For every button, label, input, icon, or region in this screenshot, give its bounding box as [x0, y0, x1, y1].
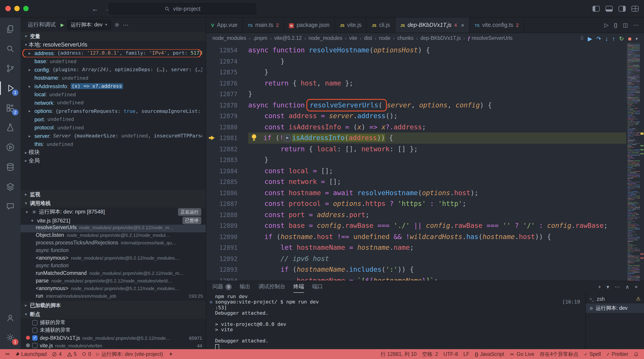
close-icon[interactable]: × [461, 22, 464, 29]
breakpoint-checkbox[interactable] [32, 335, 38, 340]
terminal-instance-运行脚本: dev[interactable]: ⚙运行脚本: dev [586, 303, 644, 313]
variable-row[interactable]: network:undefined [20, 99, 206, 107]
status-eol[interactable]: LF [461, 349, 472, 359]
tab-vite.config.ts[interactable]: TSvite.config.ts2 [470, 18, 524, 33]
close-panel-icon[interactable]: × [634, 284, 638, 290]
variable-row[interactable]: port:undefined [20, 115, 206, 124]
tab-package.json[interactable]: npackage.json [284, 18, 335, 33]
search-icon[interactable] [0, 39, 20, 59]
status-prettier[interactable]: ✓Prettier [604, 349, 631, 359]
stack-frame[interactable]: runinternal/modules/esm/module_job193:25 [20, 293, 206, 301]
zoom-window-button[interactable] [23, 6, 28, 11]
comments-icon[interactable] [0, 196, 20, 216]
stack-frame[interactable]: resolveServerUrlsnode_modules/.pnpm/vite… [20, 225, 206, 232]
layout-sidebar-left-icon[interactable] [592, 6, 600, 12]
status-problems-errors[interactable]: 4 [50, 349, 64, 359]
chevron-right-icon[interactable]: ▸ [28, 84, 34, 89]
inline-breakpoint-icon[interactable] [284, 135, 291, 141]
tab-App.vue[interactable]: VApp.vue [206, 18, 243, 33]
breadcrumb-item[interactable]: vite [349, 35, 357, 41]
database-icon[interactable] [0, 157, 20, 177]
stack-frame[interactable]: parsenode_modules/.pnpm/vite@5.2.12/node… [20, 278, 206, 286]
status-notifications-count[interactable]: 0 [80, 349, 94, 359]
tab-main.ts[interactable]: TSmain.ts2 [243, 18, 284, 33]
step-out-icon[interactable]: ↑ [612, 35, 615, 42]
section-breakpoints[interactable]: ▾ 断点 [20, 310, 206, 319]
testing-icon[interactable] [0, 118, 20, 137]
source-control-icon[interactable] [0, 59, 20, 78]
close-window-button[interactable] [5, 6, 11, 11]
status-cursor-position[interactable]: 行 12881, 列 10 [378, 349, 419, 359]
breadcrumb-item[interactable]: vite@5.2.12 [274, 35, 302, 41]
variable-row[interactable]: protocol:undefined [20, 124, 206, 132]
panel-tab-输出[interactable]: 输出 [240, 281, 250, 293]
more-actions-icon[interactable]: ⋯ [614, 284, 620, 290]
variable-row[interactable]: ▸options:{preTransformRequests: true, so… [20, 107, 206, 115]
status-spell-checker[interactable]: ✓Spell [581, 349, 604, 359]
panel-tab-端口[interactable]: 端口 [312, 281, 323, 293]
stack-frame[interactable]: Object.listennode_modules/.pnpm/vite@5.2… [20, 232, 206, 240]
gear-icon[interactable] [114, 22, 120, 28]
variable-row[interactable]: hostname:undefined [20, 74, 206, 82]
chevron-right-icon[interactable]: ▸ [28, 68, 34, 72]
breadcrumb-item[interactable]: dist [364, 35, 372, 41]
tab-cli.js[interactable]: JScli.js [367, 18, 395, 33]
accounts-icon[interactable] [0, 308, 20, 328]
variable-row[interactable]: local:undefined [20, 90, 206, 99]
breakpoint-checkbox[interactable] [32, 320, 38, 325]
lightbulb-icon[interactable] [248, 134, 264, 141]
breakpoint-checkbox[interactable] [32, 343, 38, 348]
section-call-stack[interactable]: ▾ 调用堆栈 [20, 199, 206, 208]
layout-sidebar-right-icon[interactable] [618, 6, 626, 12]
status-runner[interactable] [166, 349, 175, 359]
back-icon[interactable]: ← [92, 5, 98, 12]
variables-scope-row[interactable]: ▾ 本地: resolveServerUrls [20, 41, 206, 49]
command-center-search[interactable]: vite-project [109, 3, 256, 14]
more-actions-icon[interactable]: ⋯ [123, 21, 128, 28]
variable-row[interactable]: ▸isAddressInfo:(x) => x?.address [20, 82, 206, 90]
start-debugging-icon[interactable]: ▶ [60, 22, 64, 27]
breadcrumb-item[interactable]: .pnpm [253, 35, 268, 41]
breakpoint-row[interactable]: vite.jsnode_modules/vite/bin44 [20, 341, 206, 349]
debug-session-row[interactable]: ▾运行脚本: dev: npm [87548]正在运行 [20, 208, 206, 216]
terminal-instance-zsh[interactable]: >_zsh⚠ [586, 294, 644, 303]
variable-row[interactable]: ▸config:{plugins: Array(24), optimizeDep… [20, 66, 206, 74]
status-encoding[interactable]: UTF-8 [441, 349, 461, 359]
layout-panel-bottom-icon[interactable] [606, 6, 613, 12]
split-editor-icon[interactable]: ◫ [623, 22, 628, 28]
variable-row[interactable]: ▸server:Server {maxHeaderSize: undefined… [20, 132, 206, 140]
status-problems-warnings[interactable]: 5 [64, 349, 80, 359]
panel-tab-终端[interactable]: 终端 [294, 281, 304, 293]
breakpoint-row[interactable]: 未捕获的异常 [20, 326, 206, 334]
explorer-icon[interactable] [0, 19, 20, 39]
minimize-window-button[interactable] [14, 6, 20, 11]
breadcrumb-item[interactable]: node_modules [308, 35, 342, 41]
section-variables[interactable]: ▾ 变量 [20, 32, 206, 41]
breadcrumb-item[interactable]: dep-BKbDVx1T.js [420, 35, 461, 41]
breakpoint-checkbox[interactable] [32, 327, 38, 333]
stack-frame[interactable]: async function [20, 247, 206, 255]
chevron-right-icon[interactable]: ▸ [28, 51, 34, 56]
stack-frame[interactable]: <anonymous>node_modules/.pnpm/vite@5.2.1… [20, 255, 206, 263]
section-watch[interactable]: ▸ 监视 [20, 190, 206, 199]
run-circle-icon[interactable] [0, 137, 20, 157]
run-icon[interactable]: ▷ [604, 22, 608, 28]
layers-icon[interactable] [0, 177, 20, 196]
stack-frame[interactable]: process.processTicksAndRejectionsinterna… [20, 240, 206, 247]
maximize-panel-icon[interactable]: ∧ [625, 284, 629, 290]
status-go-live[interactable]: Go Live [507, 349, 537, 359]
status-punctuation-check[interactable]: 存在4个异常标点 [537, 349, 581, 359]
braces-icon[interactable]: {} [614, 22, 618, 28]
chevron-right-icon[interactable]: ▸ [28, 109, 34, 114]
tab-vite.js[interactable]: JSvite.js [335, 18, 367, 33]
variables-scope-row[interactable]: ▸全局 [20, 157, 206, 165]
status-remote-indicator[interactable]: >< [3, 349, 12, 359]
stop-icon[interactable]: ■ [628, 35, 632, 42]
status-language-mode[interactable]: {}JavaScript [472, 349, 507, 359]
chevron-right-icon[interactable]: ▸ [28, 134, 34, 138]
chevron-icon[interactable]: ▾ [636, 36, 638, 41]
variable-row[interactable]: ▸address:{address: '127.0.0.1', family: … [20, 49, 206, 57]
stack-frame[interactable]: runMatchedCommandnode_modules/.pnpm/vite… [20, 270, 206, 278]
debug-session-row[interactable]: ▾vite.js [87621]已暂停 [20, 216, 206, 225]
variable-row[interactable]: this:undefined [20, 140, 206, 148]
